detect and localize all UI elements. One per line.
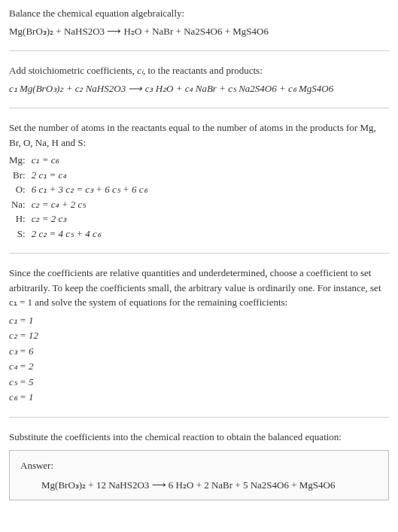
atom-equation: c₂ = 2 c₃ [32,211,147,226]
stoich-prefix: Add stoichiometric coefficients, [9,65,137,76]
atom-row: O: 6 c₁ + 3 c₂ = c₃ + 6 c₅ + 6 c₆ [9,182,147,197]
atom-equation: c₁ = c₆ [32,153,147,168]
coeff-item: c₃ = 6 [9,344,389,359]
atom-label: O: [9,182,32,197]
solve-section: Since the coefficients are relative quan… [9,266,389,405]
atoms-intro: Set the number of atoms in the reactants… [9,120,389,150]
atom-label: H: [9,211,32,226]
atom-row: Br: 2 c₁ = c₄ [9,168,147,183]
atom-row: H: c₂ = 2 c₃ [9,211,147,226]
atom-label: Mg: [9,153,32,168]
coeff-item: c₄ = 2 [9,359,389,374]
atom-label: S: [9,226,32,242]
coeff-item: c₅ = 5 [9,375,389,390]
stoich-equation: c₁ Mg(BrO₃)₂ + c₂ NaHS2O3 ⟶ c₃ H₂O + c₄ … [9,81,389,96]
substitute-section: Substitute the coefficients into the che… [9,430,389,501]
coeff-list: c₁ = 1 c₂ = 12 c₃ = 6 c₄ = 2 c₅ = 5 c₆ =… [9,313,389,405]
intro-equation: Mg(BrO₃)₂ + NaHS2O3 ⟶ H₂O + NaBr + Na2S4… [9,24,389,39]
stoich-suffix: , to the reactants and products: [143,65,263,76]
answer-box: Answer: Mg(BrO₃)₂ + 12 NaHS2O3 ⟶ 6 H₂O +… [9,450,389,500]
atom-equation: 2 c₂ = 4 c₅ + 4 c₆ [32,226,147,242]
solve-intro: Since the coefficients are relative quan… [9,266,389,310]
coeff-item: c₂ = 12 [9,328,389,343]
stoich-var: cᵢ [137,65,143,76]
divider [9,253,389,254]
atom-equation: c₂ = c₄ + 2 c₅ [32,197,147,212]
answer-label: Answer: [20,458,378,473]
divider [9,417,389,418]
coeff-item: c₁ = 1 [9,313,389,328]
atoms-section: Set the number of atoms in the reactants… [9,120,389,241]
answer-equation: Mg(BrO₃)₂ + 12 NaHS2O3 ⟶ 6 H₂O + 2 NaBr … [20,478,378,493]
atom-row: S: 2 c₂ = 4 c₅ + 4 c₆ [9,226,147,242]
atom-label: Na: [9,197,32,212]
coeff-item: c₆ = 1 [9,390,389,405]
stoich-section: Add stoichiometric coefficients, cᵢ, to … [9,63,389,96]
atom-label: Br: [9,168,32,183]
substitute-intro: Substitute the coefficients into the che… [9,430,389,445]
atom-row: Na: c₂ = c₄ + 2 c₅ [9,197,147,212]
divider [9,108,389,108]
atom-equation: 6 c₁ + 3 c₂ = c₃ + 6 c₅ + 6 c₆ [32,182,147,197]
intro-text: Balance the chemical equation algebraica… [9,6,389,21]
atoms-table: Mg: c₁ = c₆ Br: 2 c₁ = c₄ O: 6 c₁ + 3 c₂… [9,153,147,241]
atom-equation: 2 c₁ = c₄ [32,168,147,183]
stoich-text: Add stoichiometric coefficients, cᵢ, to … [9,63,389,78]
intro-section: Balance the chemical equation algebraica… [9,6,389,38]
divider [9,50,389,51]
atom-row: Mg: c₁ = c₆ [9,153,147,168]
